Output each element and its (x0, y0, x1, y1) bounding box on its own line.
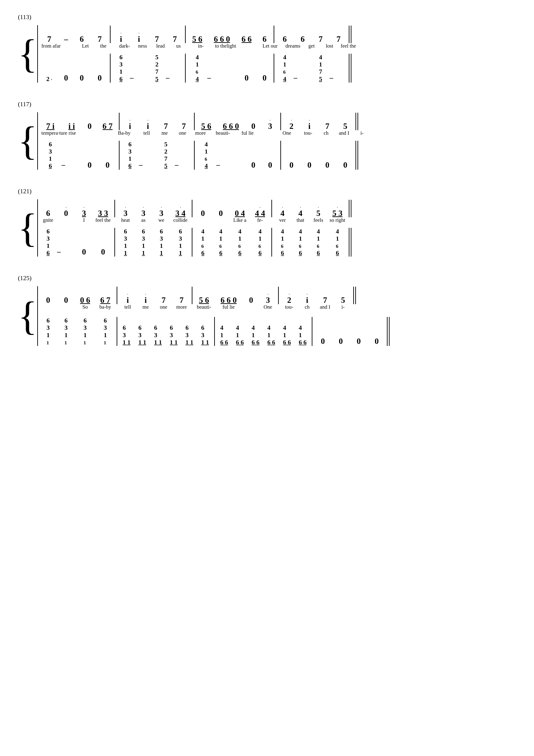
lyric-121-4-4: so right (330, 217, 345, 223)
lyric-125-2-1: tell (124, 304, 131, 310)
note-125-4-4: 5 (334, 292, 352, 304)
bass-val-117-4-4: 0 (343, 160, 347, 170)
dot-121-2-2: · (143, 205, 144, 209)
barline-125-2 (192, 287, 192, 304)
bass-121-3-3: 4166 (230, 228, 250, 257)
note-val-117-1-4: 6 7 (103, 122, 113, 130)
bass-113-1-4: 0 (90, 73, 109, 83)
dot-121-3-4: · (260, 205, 261, 209)
barline-bass-113-1 (110, 54, 111, 83)
bass-125-2-3a: 631 1 (181, 324, 197, 346)
lyric-121-2-4: collide (173, 217, 188, 223)
note-113-1-2: – (59, 31, 73, 43)
note-val-113-1-2: – (64, 35, 68, 43)
note-val-121-2-3: 3 (159, 209, 163, 217)
lyric-121-4-1: ver (279, 217, 286, 223)
lyric-125-4-4: i- (341, 304, 344, 310)
bass-117-4-2: 0 (300, 160, 318, 170)
bass-121-1-dash: – (57, 247, 75, 256)
bass-121-4-4: 4166 (327, 228, 347, 257)
end-barline-117 (355, 113, 358, 130)
note-val-113-1-4: 7 (98, 35, 102, 43)
bass-121-2-2: 6311 (134, 228, 152, 257)
dot-121-4-2: · (300, 205, 301, 209)
lyric-125-1-3: So (82, 304, 88, 310)
lyric-113-4-1: dreams (286, 43, 300, 49)
system-left-bar-117 (37, 112, 38, 170)
bass-val-125-4-2: 0 (339, 337, 343, 346)
bass-chord-113-1-1: 2 · (46, 75, 52, 83)
note-125-1-3: 0 6 (75, 292, 95, 304)
barline-117-2 (194, 113, 195, 130)
bass-117-1-4: 0 (97, 160, 117, 170)
lyric-117-2-3: one (179, 130, 186, 136)
note-val-117-2-4: 7 (182, 122, 186, 130)
system-121: { 6 · 0 · 3 3 3 (18, 199, 516, 257)
bass-chord-121-3-2: 4166 (219, 228, 222, 257)
note-val-117-4-4: 5 (343, 122, 347, 130)
bass-113-4-1: 4164 (276, 54, 293, 83)
barline-bass-117-1 (119, 141, 119, 170)
lyric-125-3-4: One (264, 304, 272, 310)
note-val-117-2-1: i (129, 122, 131, 130)
note-val-125-2-1: i (126, 296, 129, 304)
note-117-3-2: 6 6 0 (216, 118, 245, 130)
lyric-113-2-4: us (176, 43, 181, 49)
note-125-1-4: 6 7 (95, 292, 115, 304)
bass-chord-125-1-3: 6311 (84, 317, 87, 346)
bass-chord-121-2-4: 6311 (179, 228, 182, 257)
note-val-121-4-3: 5 (316, 209, 320, 217)
note-val-113-3-2: 6 6 0 (214, 35, 230, 43)
note-125-4-3: 7 (316, 292, 334, 304)
note-val-125-3-4: 3 (266, 296, 270, 304)
bass-113-4-dash: – (293, 73, 312, 83)
bass-chord-117-1-1: 6316 (49, 141, 52, 170)
bass-117-2-1: 6316 (121, 141, 139, 170)
note-125-2-2: · i (137, 292, 155, 304)
bass-chord-125-3-1a: 416 6 (220, 324, 228, 346)
dot-121-1-3: · (84, 205, 85, 209)
barline-bass-125-2 (214, 317, 215, 346)
note-val-113-2-2: i (138, 35, 140, 43)
brace-121: { (18, 199, 37, 257)
section-125: (125) { 0 0 0 6 (18, 275, 516, 346)
bass-chord-125-3-2a: 416 6 (252, 324, 260, 346)
bass-val-125-4-1: 0 (321, 337, 325, 346)
note-117-3-4: · 3 (261, 118, 279, 130)
note-val-121-1-2: 0 (64, 209, 68, 217)
lyric-117-1-1: tempera·ture rise (41, 130, 76, 136)
lyric-113-4-3: lost (326, 43, 333, 49)
note-val-113-3-1: 5 6 (192, 35, 202, 43)
note-val-121-1-1: 6 (46, 209, 50, 217)
bass-125-4-1: 0 (314, 337, 332, 346)
brace-symbol-125: { (18, 299, 37, 333)
note-val-113-4-3: 7 (318, 35, 322, 43)
note-val-125-3-2: 6 6 0 (220, 296, 237, 304)
lyric-row-125: So ba-by tell me one more beauti- ful li… (39, 304, 516, 311)
end-barline-121 (349, 200, 351, 217)
note-121-1-3: · 3 (75, 205, 93, 217)
lyric-121-4-2: that (296, 217, 304, 223)
note-113-3-3: 6 6 (236, 31, 257, 43)
note-val-117-3-3: 0 (251, 122, 255, 130)
bass-125-3-2a: 416 6 (248, 324, 263, 346)
note-val-113-4-4: 7 (336, 35, 341, 43)
lyric-121-1-1: gnite (43, 217, 53, 223)
brace-113: { (18, 25, 37, 83)
bass-121-4-3: 4166 (309, 228, 327, 257)
bass-val-121-1-3: 0 (82, 247, 86, 256)
bass-117-2-dash: – (139, 160, 157, 170)
bass-chord-121-3-1: 4166 (201, 228, 204, 257)
bass-121-1-3: 0 (75, 247, 93, 256)
system-left-bar-121 (37, 199, 38, 257)
lyric-113-2-1: dark- (119, 43, 130, 49)
system-125: { 0 0 0 6 6 7 (18, 286, 516, 346)
note-113-4-1: 6 (276, 31, 293, 43)
note-117-2-3: 7 (157, 118, 175, 130)
bass-chord-121-4-2: 4166 (299, 228, 302, 257)
bass-121-1-4: 0 (93, 247, 113, 256)
note-val-121-3-2: 0 (219, 209, 223, 217)
bass-113-3-3: 0 (236, 73, 257, 83)
bass-val-117-3-4: 0 (268, 160, 272, 170)
bass-val-117-4-1: 0 (289, 160, 293, 170)
